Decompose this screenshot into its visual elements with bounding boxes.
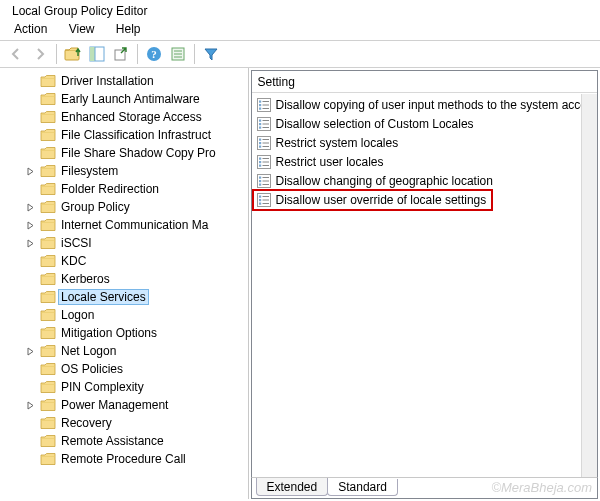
tab-extended[interactable]: Extended	[256, 478, 329, 496]
folder-icon	[40, 308, 56, 322]
svg-rect-13	[259, 104, 261, 106]
folder-icon	[40, 92, 56, 106]
expand-icon[interactable]	[24, 201, 36, 213]
tree-item-label: Enhanced Storage Access	[60, 110, 203, 124]
tree-item-label: Internet Communication Ma	[60, 218, 209, 232]
help-icon: ?	[146, 46, 162, 62]
tree-item[interactable]: Power Management	[0, 396, 248, 414]
expand-icon[interactable]	[24, 219, 36, 231]
up-button[interactable]	[62, 43, 84, 65]
tree: Driver InstallationEarly Launch Antimalw…	[0, 72, 248, 468]
tree-item[interactable]: Logon	[0, 306, 248, 324]
forward-button[interactable]	[29, 43, 51, 65]
title-text: Local Group Policy Editor	[12, 4, 147, 18]
setting-label: Disallow changing of geographic location	[276, 174, 493, 188]
tree-item-label: Logon	[60, 308, 95, 322]
tree-item[interactable]: KDC	[0, 252, 248, 270]
folder-icon	[40, 290, 56, 304]
tree-item[interactable]: Enhanced Storage Access	[0, 108, 248, 126]
export-icon	[113, 46, 129, 62]
folder-icon	[40, 452, 56, 466]
expand-icon[interactable]	[24, 345, 36, 357]
properties-icon	[170, 46, 186, 62]
tree-item[interactable]: Group Policy	[0, 198, 248, 216]
tree-item[interactable]: Folder Redirection	[0, 180, 248, 198]
vertical-scrollbar[interactable]	[581, 94, 597, 477]
svg-rect-21	[259, 126, 261, 128]
setting-row[interactable]: Disallow copying of user input methods t…	[252, 95, 598, 114]
toolbar-separator	[137, 44, 138, 64]
folder-icon	[40, 236, 56, 250]
setting-icon	[256, 135, 272, 151]
tree-item[interactable]: Internet Communication Ma	[0, 216, 248, 234]
watermark-text: ©MeraBheja.com	[491, 480, 592, 495]
svg-rect-35	[259, 164, 261, 166]
tab-spacer	[252, 478, 256, 479]
filter-button[interactable]	[200, 43, 222, 65]
tree-item[interactable]: Remote Procedure Call	[0, 450, 248, 468]
tab-extended-label: Extended	[267, 480, 318, 494]
list-header-text: Setting	[258, 75, 295, 89]
watermark: ©MeraBheja.com	[491, 480, 592, 495]
help-button[interactable]: ?	[143, 43, 165, 65]
tree-item[interactable]: Mitigation Options	[0, 324, 248, 342]
folder-icon	[40, 272, 56, 286]
menu-view[interactable]: View	[69, 22, 95, 36]
show-hide-tree-button[interactable]	[86, 43, 108, 65]
filter-icon	[204, 47, 218, 61]
folder-icon	[40, 110, 56, 124]
setting-icon	[256, 192, 272, 208]
tree-item[interactable]: Early Launch Antimalware	[0, 90, 248, 108]
folder-icon	[40, 146, 56, 160]
toolbar-separator	[56, 44, 57, 64]
export-button[interactable]	[110, 43, 132, 65]
folder-icon	[40, 200, 56, 214]
tree-item-label: Filesystem	[60, 164, 119, 178]
menu-action[interactable]: Action	[14, 22, 47, 36]
expand-icon[interactable]	[24, 165, 36, 177]
back-icon	[9, 47, 23, 61]
tree-item-label: Early Launch Antimalware	[60, 92, 201, 106]
settings-list: Disallow copying of user input methods t…	[252, 93, 598, 209]
tree-item[interactable]: OS Policies	[0, 360, 248, 378]
tree-item[interactable]: File Classification Infrastruct	[0, 126, 248, 144]
setting-row[interactable]: Disallow user override of locale setting…	[252, 190, 598, 209]
tree-item-label: Power Management	[60, 398, 169, 412]
expand-icon[interactable]	[24, 399, 36, 411]
back-button[interactable]	[5, 43, 27, 65]
folder-icon	[40, 182, 56, 196]
list-column-header[interactable]: Setting	[252, 71, 598, 93]
toolbar: ?	[0, 40, 600, 68]
tree-item[interactable]: Net Logon	[0, 342, 248, 360]
setting-row[interactable]: Disallow selection of Custom Locales	[252, 114, 598, 133]
tree-item-label: OS Policies	[60, 362, 124, 376]
tree-item[interactable]: File Share Shadow Copy Pro	[0, 144, 248, 162]
tree-item[interactable]: Remote Assistance	[0, 432, 248, 450]
tree-item[interactable]: Driver Installation	[0, 72, 248, 90]
tree-icon	[89, 46, 105, 62]
svg-rect-20	[259, 123, 261, 125]
svg-text:?: ?	[151, 48, 157, 60]
tree-item[interactable]: Filesystem	[0, 162, 248, 180]
folder-icon	[40, 344, 56, 358]
tree-item[interactable]: iSCSI	[0, 234, 248, 252]
svg-rect-49	[259, 202, 261, 204]
tree-item[interactable]: Locale Services	[0, 288, 248, 306]
folder-icon	[40, 416, 56, 430]
folder-icon	[40, 398, 56, 412]
folder-icon	[40, 74, 56, 88]
tree-item[interactable]: Recovery	[0, 414, 248, 432]
tree-item[interactable]: PIN Complexity	[0, 378, 248, 396]
expand-icon[interactable]	[24, 237, 36, 249]
tab-standard[interactable]: Standard	[327, 478, 398, 496]
properties-button[interactable]	[167, 43, 189, 65]
svg-rect-33	[259, 157, 261, 159]
tree-item[interactable]: Kerberos	[0, 270, 248, 288]
setting-icon	[256, 154, 272, 170]
svg-rect-26	[259, 138, 261, 140]
setting-row[interactable]: Restrict system locales	[252, 133, 598, 152]
menu-help[interactable]: Help	[116, 22, 141, 36]
tree-pane[interactable]: Driver InstallationEarly Launch Antimalw…	[0, 68, 249, 499]
setting-row[interactable]: Disallow changing of geographic location	[252, 171, 598, 190]
setting-row[interactable]: Restrict user locales	[252, 152, 598, 171]
